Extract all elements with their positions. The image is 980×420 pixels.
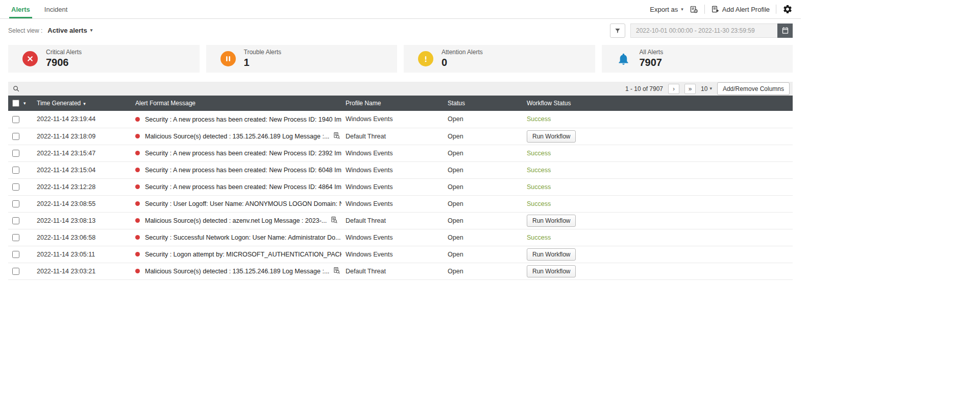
alert-message[interactable]: Security : A new process has been create…	[145, 167, 341, 174]
stat-card-critical[interactable]: Critical Alerts 7906	[8, 45, 200, 73]
select-view-label: Select view :	[8, 27, 42, 34]
row-select-cell	[8, 178, 33, 195]
row-checkbox[interactable]	[12, 217, 19, 224]
row-select-cell	[8, 212, 33, 229]
alert-message[interactable]: Security : A new process has been create…	[145, 183, 341, 191]
column-header-time-generated[interactable]: Time Generated▾	[33, 96, 131, 111]
workflow-status-cell: Success	[523, 111, 793, 128]
profile-name-cell: Windows Events	[341, 161, 444, 178]
alert-message[interactable]: Malicious Source(s) detected : 135.125.2…	[145, 268, 329, 275]
row-checkbox[interactable]	[12, 150, 19, 157]
status-cell: Open	[444, 212, 523, 229]
alert-message[interactable]: Malicious Source(s) detected : 135.125.2…	[145, 133, 329, 140]
last-page-button[interactable]: »	[684, 84, 696, 94]
severity-dot	[135, 168, 140, 172]
status-cell: Open	[444, 246, 523, 263]
alert-message[interactable]: Security : A new process has been create…	[145, 150, 341, 157]
table-row: 2022-11-14 23:08:55Security : User Logof…	[8, 195, 793, 212]
pagination-controls: 1 - 10 of 7907 › » 10 ▾ Add/Remove Colum…	[625, 82, 790, 95]
profile-name-cell: Windows Events	[341, 195, 444, 212]
row-checkbox[interactable]	[12, 183, 19, 191]
calendar-icon	[781, 27, 789, 34]
time-generated-cell: 2022-11-14 23:03:21	[33, 263, 131, 279]
date-range-input[interactable]	[630, 24, 793, 38]
tab-incident-label: Incident	[44, 6, 68, 13]
severity-dot	[135, 269, 140, 273]
alert-message[interactable]: Security : Successful Network Logon: Use…	[145, 234, 340, 241]
stat-card-all[interactable]: All Alerts 7907	[602, 45, 793, 73]
alert-message-cell: Malicious Source(s) detected : 135.125.2…	[131, 128, 341, 145]
table-row: 2022-11-14 23:03:21Malicious Source(s) d…	[8, 263, 793, 279]
log-search-icon[interactable]	[333, 134, 340, 141]
status-cell: Open	[444, 263, 523, 279]
severity-dot	[135, 235, 140, 240]
row-checkbox[interactable]	[12, 167, 19, 174]
page-size-select[interactable]: 10 ▾	[701, 85, 712, 92]
filter-button[interactable]	[610, 24, 625, 38]
severity-dot	[135, 117, 140, 122]
alerts-table-body: 2022-11-14 23:19:44Security : A new proc…	[8, 111, 793, 279]
workflow-success-label: Success	[527, 183, 551, 191]
schedule-report-icon[interactable]	[690, 5, 698, 14]
log-search-icon[interactable]	[333, 269, 340, 276]
tab-incident[interactable]: Incident	[37, 0, 75, 18]
next-page-button[interactable]: ›	[668, 84, 679, 94]
table-header-row: ▾ Time Generated▾ Alert Format Message P…	[8, 96, 793, 111]
alert-message[interactable]: Security : User Logoff: User Name: ANONY…	[145, 200, 341, 207]
profile-name-cell: Windows Events	[341, 229, 444, 246]
attention-icon	[418, 51, 433, 66]
column-header-workflow-status: Workflow Status	[523, 96, 793, 111]
stat-card-trouble[interactable]: Trouble Alerts 1	[206, 45, 398, 73]
row-checkbox[interactable]	[12, 251, 19, 258]
stat-card-attention[interactable]: Attention Alerts 0	[404, 45, 595, 73]
alert-message[interactable]: Malicious Source(s) detected : azenv.net…	[145, 217, 327, 224]
time-generated-cell: 2022-11-14 23:06:58	[33, 229, 131, 246]
workflow-status-cell: Success	[523, 145, 793, 161]
table-row: 2022-11-14 23:05:11Security : Logon atte…	[8, 246, 793, 263]
row-checkbox[interactable]	[12, 133, 19, 140]
run-workflow-button[interactable]: Run Workflow	[527, 265, 576, 277]
run-workflow-button[interactable]: Run Workflow	[527, 215, 576, 227]
row-select-cell	[8, 195, 33, 212]
status-cell: Open	[444, 195, 523, 212]
stat-card-value: 0	[442, 56, 483, 69]
workflow-status-cell: Success	[523, 229, 793, 246]
workflow-status-cell: Success	[523, 161, 793, 178]
profile-name-cell: Windows Events	[341, 111, 444, 128]
time-generated-cell: 2022-11-14 23:08:55	[33, 195, 131, 212]
run-workflow-button[interactable]: Run Workflow	[527, 248, 576, 261]
workflow-status-cell: Run Workflow	[523, 212, 793, 229]
workflow-success-label: Success	[527, 115, 551, 123]
date-filter-group	[610, 24, 793, 38]
calendar-button[interactable]	[777, 24, 793, 38]
row-checkbox[interactable]	[12, 116, 19, 123]
export-as-button[interactable]: Export as ▾	[650, 6, 683, 13]
select-all-checkbox[interactable]	[12, 100, 19, 107]
view-selector[interactable]: Active alerts ▾	[47, 27, 92, 34]
log-search-icon[interactable]	[330, 218, 338, 225]
view-selector-group: Select view : Active alerts ▾	[8, 27, 92, 34]
alert-message[interactable]: Security : Logon attempt by: MICROSOFT_A…	[145, 251, 341, 258]
alert-message-cell: Security : A new process has been create…	[131, 178, 341, 195]
add-alert-profile-button[interactable]: Add Alert Profile	[711, 5, 770, 13]
stat-card-value: 7907	[640, 56, 664, 69]
row-checkbox[interactable]	[12, 200, 19, 207]
run-workflow-button[interactable]: Run Workflow	[527, 130, 576, 143]
caret-down-icon: ▾	[681, 7, 683, 12]
row-select-cell	[8, 229, 33, 246]
row-checkbox[interactable]	[12, 268, 19, 275]
row-select-cell	[8, 111, 33, 128]
sort-caret-icon: ▾	[83, 101, 86, 106]
row-checkbox[interactable]	[12, 234, 19, 241]
table-search-icon[interactable]	[12, 85, 20, 92]
alert-message[interactable]: Security : A new process has been create…	[145, 116, 341, 123]
settings-gear-icon[interactable]	[782, 4, 793, 14]
workflow-status-cell: Run Workflow	[523, 246, 793, 263]
alerts-table: ▾ Time Generated▾ Alert Format Message P…	[8, 96, 793, 280]
profile-name-cell: Default Threat	[341, 212, 444, 229]
checkbox-dropdown-caret[interactable]: ▾	[23, 101, 26, 106]
workflow-status-cell: Run Workflow	[523, 128, 793, 145]
add-remove-columns-button[interactable]: Add/Remove Columns	[717, 82, 790, 95]
severity-dot	[135, 218, 140, 223]
tab-alerts[interactable]: Alerts	[4, 0, 37, 18]
